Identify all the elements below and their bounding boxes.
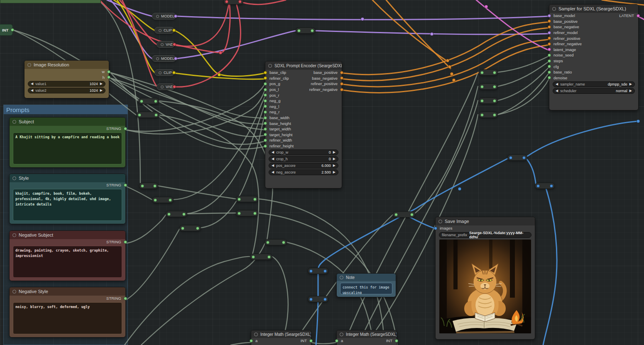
negative-style-text-input[interactable]: noisy, blurry, soft, deformed, ugly <box>13 302 122 334</box>
reroute-node[interactable] <box>250 254 272 260</box>
reroute-out-slot[interactable] <box>182 213 186 216</box>
collapse-dot[interactable] <box>12 176 16 180</box>
reroute-node[interactable] <box>479 83 498 90</box>
group-prompts-titlebar[interactable]: Prompts <box>4 105 127 114</box>
input-slot[interactable] <box>264 71 267 74</box>
reroute-in-slot[interactable] <box>536 184 540 188</box>
decrement-arrow-icon[interactable]: ◀ <box>272 164 274 167</box>
input-slot[interactable] <box>548 31 551 34</box>
node-negative-subject[interactable]: Negative Subject STRING drawing, paintin… <box>9 230 126 281</box>
reroute-in-slot[interactable] <box>141 184 144 188</box>
sampler-name-widget[interactable]: ◀sampler_namedpmpp_sde▶ <box>553 81 635 87</box>
output-slot[interactable] <box>340 82 343 86</box>
output-slot[interactable] <box>309 339 313 343</box>
input-slot[interactable] <box>264 139 267 142</box>
pos-ascore-widget[interactable]: ◀pos_ascore6.000▶ <box>269 163 338 169</box>
reroute-node[interactable] <box>479 98 498 104</box>
output-slot[interactable] <box>124 240 127 244</box>
node-header[interactable]: Integer Math (SeargeSDXL) <box>337 330 397 338</box>
reroute-in-slot[interactable] <box>140 100 143 103</box>
offscreen-int-output-node[interactable]: INT <box>0 24 13 36</box>
collapse-dot[interactable] <box>161 43 164 46</box>
reroute-node[interactable] <box>479 112 498 118</box>
node-subject[interactable]: Subject STRING A Khajit sitting by a cam… <box>9 117 126 168</box>
decrement-arrow-icon[interactable]: ◀ <box>31 82 33 86</box>
collapse-dot[interactable] <box>161 86 164 88</box>
node-header[interactable]: Subject <box>10 117 125 126</box>
reroute-node[interactable] <box>152 197 174 203</box>
reroute-in-slot[interactable] <box>238 212 241 215</box>
increment-arrow-icon[interactable]: ▶ <box>100 89 103 92</box>
collapsed-node-vae-1[interactable]: VAE <box>157 41 175 48</box>
output-slot[interactable] <box>340 71 343 74</box>
node-sdxl-prompt-encoder[interactable]: SDXL Prompt Encoder (SeargeSDXL) base_cl… <box>265 61 342 188</box>
reroute-in-slot[interactable] <box>309 269 313 273</box>
model-output-slot[interactable] <box>174 15 177 18</box>
input-slot[interactable] <box>548 54 551 57</box>
increment-arrow-icon[interactable]: ▶ <box>333 171 335 174</box>
node-negative-style[interactable]: Negative Style STRING noisy, blurry, sof… <box>9 287 126 338</box>
input-slot[interactable] <box>264 133 267 136</box>
increment-arrow-icon[interactable]: ▶ <box>629 83 632 86</box>
collapse-dot[interactable] <box>12 233 16 237</box>
collapse-dot[interactable] <box>27 63 31 67</box>
reroute-node[interactable] <box>236 196 258 202</box>
clip-output-slot[interactable] <box>172 71 176 74</box>
reroute-node[interactable] <box>479 69 498 76</box>
reroute-out-slot[interactable] <box>267 255 271 259</box>
reroute-in-slot[interactable] <box>309 298 313 301</box>
output-slot[interactable] <box>124 297 127 300</box>
decrement-arrow-icon[interactable]: ◀ <box>31 89 33 92</box>
node-sampler-sdxl[interactable]: Sampler for SDXL (SeargeSDXL) base_model… <box>549 4 639 110</box>
output-slot[interactable] <box>107 70 110 73</box>
input-slot[interactable] <box>264 127 267 131</box>
reroute-out-slot[interactable] <box>493 99 496 103</box>
reroute-in-slot[interactable] <box>480 99 484 103</box>
output-slot[interactable] <box>124 184 127 187</box>
reroute-out-slot[interactable] <box>253 212 257 215</box>
increment-arrow-icon[interactable]: ▶ <box>629 89 632 93</box>
vae-output-slot[interactable] <box>173 43 176 46</box>
input-slot[interactable] <box>548 71 551 74</box>
reroute-node[interactable] <box>236 210 258 216</box>
reroute-node[interactable] <box>223 0 243 5</box>
reroute-node[interactable] <box>507 154 527 161</box>
note-text[interactable]: connect this for image upscaling <box>340 283 392 294</box>
reroute-node[interactable] <box>264 239 287 245</box>
reroute-node[interactable] <box>179 225 201 231</box>
reroute-out-slot[interactable] <box>493 71 496 74</box>
reroute-in-slot[interactable] <box>509 156 512 159</box>
reroute-node[interactable] <box>535 183 555 189</box>
input-slot[interactable] <box>264 93 267 97</box>
reroute-out-slot[interactable] <box>169 198 172 202</box>
node-graph-canvas[interactable]: Prompts <box>0 0 644 345</box>
increment-arrow-icon[interactable]: ▶ <box>333 157 335 161</box>
decrement-arrow-icon[interactable]: ◀ <box>556 83 558 86</box>
reroute-node[interactable] <box>138 98 159 104</box>
input-slot[interactable] <box>264 144 267 148</box>
node-integer-math-1[interactable]: Integer Math (SeargeSDXL) aINT <box>251 330 311 345</box>
images-input-slot[interactable] <box>434 227 437 230</box>
input-slot[interactable] <box>548 25 551 29</box>
reroute-node[interactable] <box>296 27 316 34</box>
reroute-out-slot[interactable] <box>550 184 553 188</box>
reroute-in-slot[interactable] <box>154 198 157 202</box>
neg-ascore-widget[interactable]: ◀neg_ascore2.500▶ <box>269 169 338 175</box>
output-slot[interactable] <box>340 88 343 91</box>
reroute-out-slot[interactable] <box>153 184 157 188</box>
value2-widget[interactable]: ◀ value2 1024 ▶ <box>28 88 105 93</box>
reroute-out-slot[interactable] <box>238 0 242 3</box>
input-slot[interactable] <box>548 20 551 23</box>
collapse-dot[interactable] <box>156 15 159 18</box>
latent-output-slot[interactable] <box>637 14 640 17</box>
output-slot[interactable] <box>124 127 127 130</box>
collapse-dot[interactable] <box>12 290 16 294</box>
node-header[interactable]: SDXL Prompt Encoder (SeargeSDXL) <box>265 61 342 70</box>
input-slot[interactable] <box>264 122 267 125</box>
reroute-node[interactable] <box>166 211 187 217</box>
input-slot[interactable] <box>548 76 551 79</box>
input-slot[interactable] <box>250 339 253 343</box>
crop-h-widget[interactable]: ◀crop_h0▶ <box>269 156 338 162</box>
collapse-dot[interactable] <box>254 333 258 336</box>
input-slot[interactable] <box>548 48 551 51</box>
